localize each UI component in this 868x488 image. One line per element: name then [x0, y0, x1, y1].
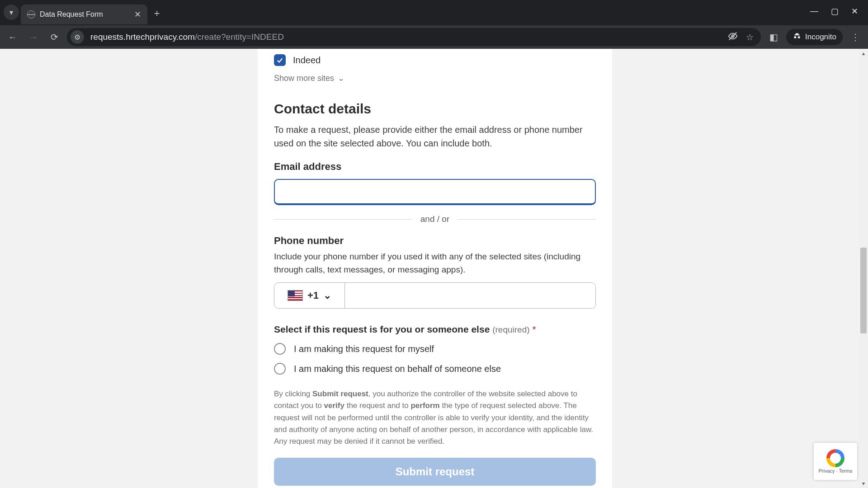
chevron-down-icon: ▾: [9, 8, 13, 17]
url-text: requests.hrtechprivacy.com/create?entity…: [90, 32, 722, 42]
globe-icon: [27, 10, 35, 19]
recaptcha-links: Privacy · Terms: [819, 468, 853, 474]
legal-disclaimer: By clicking Submit request, you authoriz…: [274, 388, 596, 448]
phone-country-code: +1: [307, 290, 319, 301]
divider-text: and / or: [420, 214, 449, 224]
form-card: Indeed Show more sites ⌄ Contact details…: [258, 49, 612, 488]
recaptcha-badge[interactable]: Privacy · Terms: [814, 443, 857, 480]
tab-title: Data Request Form: [40, 10, 103, 19]
phone-label: Phone number: [274, 235, 596, 247]
radio-self-label: I am making this request for myself: [294, 344, 434, 354]
site-checkbox-indeed[interactable]: [274, 54, 286, 66]
divider-line: [274, 219, 412, 220]
check-icon: [276, 56, 284, 64]
radio-icon: [274, 363, 286, 375]
phone-input[interactable]: [345, 283, 595, 308]
submit-request-button[interactable]: Submit request: [274, 458, 596, 486]
maximize-button[interactable]: ▢: [831, 6, 839, 16]
minimize-button[interactable]: ―: [810, 6, 818, 16]
close-window-button[interactable]: ✕: [851, 6, 858, 16]
show-more-sites-toggle[interactable]: Show more sites ⌄: [274, 73, 596, 83]
address-bar[interactable]: ⚙ requests.hrtechprivacy.com/create?enti…: [67, 28, 761, 46]
site-settings-icon[interactable]: ⚙: [71, 30, 84, 44]
toolbar-right: ◧ Incognito ⋮: [765, 29, 863, 45]
scroll-up-icon[interactable]: ▴: [859, 49, 868, 58]
radio-other-label: I am making this request on behalf of so…: [294, 364, 501, 374]
eye-off-icon[interactable]: [728, 31, 738, 43]
close-tab-button[interactable]: ✕: [134, 10, 141, 19]
divider-line: [458, 219, 596, 220]
address-bar-actions: ☆: [728, 31, 757, 43]
required-star: *: [532, 324, 536, 334]
recaptcha-icon: [826, 449, 844, 467]
contact-details-description: To make a request, please provide either…: [274, 123, 596, 150]
chevron-down-icon: ⌄: [323, 290, 331, 301]
browser-menu-button[interactable]: ⋮: [847, 29, 863, 45]
email-label: Email address: [274, 161, 596, 173]
requester-question-text: Select if this request is for you or som…: [274, 324, 490, 334]
url-host: requests.hrtechprivacy.com: [90, 32, 195, 42]
radio-option-other[interactable]: I am making this request on behalf of so…: [274, 363, 596, 375]
browser-tab[interactable]: Data Request Form ✕: [21, 5, 147, 24]
flag-us-icon: [288, 290, 303, 301]
legal-text: the request and to: [344, 401, 411, 410]
phone-input-group: +1 ⌄: [274, 282, 596, 309]
radio-option-self[interactable]: I am making this request for myself: [274, 343, 596, 355]
forward-button[interactable]: →: [25, 29, 42, 45]
incognito-icon: [793, 32, 802, 43]
contact-details-heading: Contact details: [274, 101, 596, 117]
required-annotation: (required): [492, 325, 529, 334]
phone-helper-text: Include your phone number if you used it…: [274, 250, 596, 276]
reload-button[interactable]: ⟳: [46, 29, 62, 45]
legal-text: perform: [410, 401, 439, 410]
page-scrollbar[interactable]: ▴ ▾: [859, 49, 868, 488]
radio-icon: [274, 343, 286, 355]
site-checkbox-label: Indeed: [293, 55, 321, 66]
bookmark-star-icon[interactable]: ☆: [746, 32, 754, 42]
side-panel-button[interactable]: ◧: [765, 29, 782, 45]
show-more-label: Show more sites: [274, 74, 334, 83]
scroll-down-icon[interactable]: ▾: [859, 479, 868, 488]
url-path: /create?entity=INDEED: [195, 32, 284, 42]
site-checkbox-row[interactable]: Indeed: [274, 54, 596, 66]
requester-question-label: Select if this request is for you or som…: [274, 324, 596, 335]
email-input[interactable]: [274, 179, 596, 205]
legal-text: By clicking: [274, 389, 312, 398]
page-viewport: Indeed Show more sites ⌄ Contact details…: [0, 49, 868, 488]
incognito-indicator[interactable]: Incognito: [786, 29, 843, 45]
new-tab-button[interactable]: ＋: [152, 8, 162, 18]
scrollbar-thumb[interactable]: [860, 248, 867, 333]
back-button[interactable]: ←: [5, 29, 21, 45]
incognito-label: Incognito: [805, 33, 836, 42]
legal-text: verify: [324, 401, 344, 410]
and-or-divider: and / or: [274, 214, 596, 224]
legal-text: Submit request: [312, 389, 368, 398]
chevron-down-icon: ⌄: [338, 73, 344, 83]
tab-search-button[interactable]: ▾: [4, 5, 19, 20]
browser-toolbar: ← → ⟳ ⚙ requests.hrtechprivacy.com/creat…: [0, 25, 868, 49]
window-controls: ― ▢ ✕: [810, 0, 868, 16]
browser-titlebar: ▾ Data Request Form ✕ ＋ ― ▢ ✕: [0, 0, 868, 25]
phone-country-selector[interactable]: +1 ⌄: [274, 283, 345, 308]
